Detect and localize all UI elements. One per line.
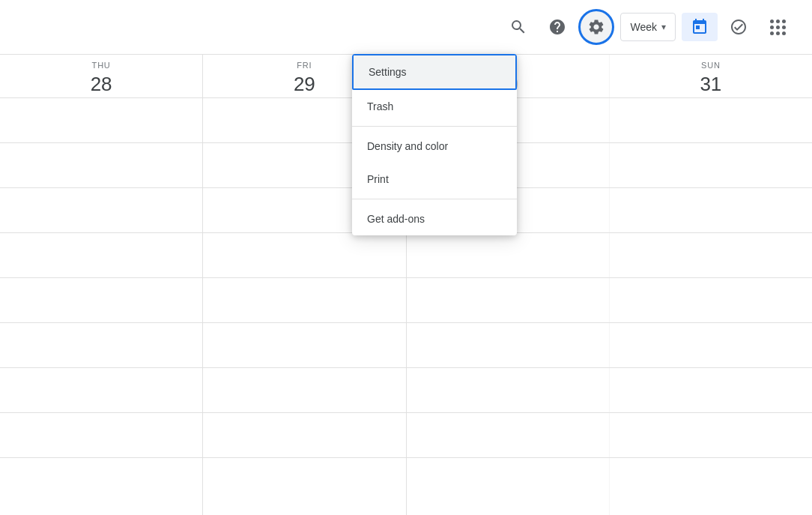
help-button[interactable]	[539, 9, 575, 45]
settings-icon	[587, 18, 605, 36]
menu-divider-1	[352, 126, 517, 127]
day-col-sun: SUN 31	[610, 55, 812, 515]
menu-item-settings[interactable]: Settings	[352, 54, 517, 90]
menu-item-print-label: Print	[367, 173, 389, 185]
grid-dots-icon	[770, 19, 786, 35]
day-number-thu: 28	[0, 73, 202, 96]
calendar-view-button[interactable]	[682, 13, 718, 41]
settings-dropdown-menu: Settings Trash Density and color Print G…	[352, 54, 517, 235]
menu-item-print[interactable]: Print	[352, 163, 517, 196]
week-label: Week	[630, 21, 657, 33]
help-icon	[548, 18, 566, 36]
search-button[interactable]	[500, 9, 536, 45]
day-label-sun: SUN	[610, 61, 812, 70]
day-number-sun: 31	[610, 73, 812, 96]
check-circle-icon	[730, 18, 748, 36]
menu-item-trash-label: Trash	[367, 100, 393, 112]
search-icon	[509, 18, 527, 36]
toolbar: Week ▾	[0, 0, 812, 54]
view-week-dropdown[interactable]: Week ▾	[620, 13, 676, 41]
menu-item-density[interactable]: Density and color	[352, 130, 517, 163]
day-label-thu: THU	[0, 61, 202, 70]
menu-item-density-label: Density and color	[367, 140, 448, 152]
menu-item-settings-label: Settings	[369, 66, 407, 78]
menu-item-addons-label: Get add-ons	[367, 213, 425, 225]
menu-item-addons[interactable]: Get add-ons	[352, 202, 517, 235]
menu-divider-2	[352, 199, 517, 199]
menu-item-trash[interactable]: Trash	[352, 90, 517, 123]
google-apps-button[interactable]	[760, 9, 796, 45]
day-col-thu: THU 28	[0, 55, 203, 515]
settings-button[interactable]	[578, 9, 614, 45]
calendar-icon	[691, 18, 709, 36]
tasks-button[interactable]	[721, 9, 757, 45]
chevron-down-icon: ▾	[661, 22, 666, 32]
